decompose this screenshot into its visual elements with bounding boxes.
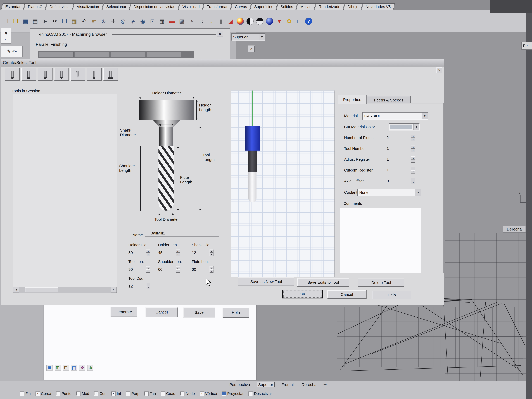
spin-down-icon[interactable]: ▼ (146, 269, 150, 272)
spinner[interactable]: ▲▼ (146, 249, 150, 256)
clock-icon[interactable]: ◔ (187, 17, 196, 25)
render-sphere-icon[interactable] (237, 18, 244, 25)
spin-down-icon[interactable]: ▼ (411, 181, 415, 184)
pan-hand-icon[interactable]: ☛ (90, 17, 98, 25)
browser-tab-fragment[interactable] (75, 52, 109, 57)
cutcom-register-value[interactable]: 1 (386, 168, 389, 172)
spin-up-icon[interactable]: ▲ (411, 167, 415, 170)
new-document-icon[interactable]: ❏ (2, 17, 10, 25)
scrollbar-track[interactable] (19, 287, 111, 293)
browser-tool-icon-3[interactable]: ⊟ (63, 365, 69, 371)
flat-mill-tool-icon[interactable] (21, 68, 36, 81)
menu-tab[interactable]: Disposición de las vistas (129, 3, 180, 10)
pencil-icon[interactable]: ✎ (6, 48, 11, 55)
crosshair-icon[interactable]: ✛ (109, 17, 117, 25)
menu-tab[interactable]: Definir vista (45, 3, 74, 10)
axial-offset-value[interactable]: 0 (386, 179, 389, 183)
osnap-perp[interactable]: Perp (126, 392, 139, 396)
cancel-button[interactable]: Cancel (327, 290, 367, 299)
menu-tab[interactable]: Visualización (73, 3, 103, 10)
spinner[interactable]: ▲▼ (411, 146, 415, 152)
cut-icon[interactable]: ✂ (51, 17, 59, 25)
material-dropdown[interactable]: CARBIDE ▼ (362, 112, 428, 120)
spin-down-icon[interactable]: ▼ (146, 253, 150, 256)
spin-up-icon[interactable]: ▲ (209, 266, 214, 269)
checkbox[interactable] (180, 392, 184, 396)
dialog-titlebar[interactable]: Create/Select Tool (1, 59, 443, 66)
osnap-proyectar[interactable]: ✓Proyectar (222, 392, 244, 396)
checkbox[interactable] (161, 392, 165, 396)
tab-feeds-speeds[interactable]: Feeds & Speeds (367, 96, 411, 104)
field-value[interactable]: 60 (158, 267, 162, 272)
checkbox[interactable]: ✓ (36, 392, 40, 396)
osnap-cerca[interactable]: ✓Cerca (36, 392, 51, 396)
vee-mill-tool-icon[interactable] (54, 68, 69, 81)
gear-flower-icon[interactable]: ✿ (285, 17, 293, 25)
field-value[interactable]: 45 (158, 250, 162, 255)
tab-properties[interactable]: Properties (338, 95, 367, 104)
menu-tab[interactable]: Renderizado (314, 3, 345, 10)
right-viewport-divider[interactable] (444, 225, 532, 225)
browser-tool-icon-1[interactable]: ▣ (46, 365, 52, 371)
corner-radius-tool-icon[interactable] (38, 68, 52, 81)
checkbox[interactable] (20, 392, 24, 396)
circle-osnap-icon[interactable]: ○ (5, 38, 7, 41)
spinner[interactable]: ▲▼ (411, 167, 415, 173)
snap-dots-icon[interactable]: ∷ (197, 17, 205, 25)
menu-tab[interactable]: Curvas (231, 3, 251, 10)
pencil2-icon[interactable]: ✏ (13, 48, 17, 55)
help-button[interactable]: Help (372, 291, 412, 299)
menu-tab[interactable]: Estándar (1, 3, 25, 10)
lightbulb-icon[interactable]: ☼ (207, 17, 215, 25)
checkbox[interactable]: ✓ (200, 392, 204, 396)
osnap-nodo[interactable]: Nodo (180, 392, 195, 396)
spin-up-icon[interactable]: ▲ (411, 146, 415, 149)
browser-tab-fragment[interactable] (39, 52, 74, 57)
spin-down-icon[interactable]: ▼ (209, 253, 214, 256)
hatch-icon[interactable]: ▨ (177, 17, 186, 25)
spin-up-icon[interactable]: ▲ (411, 135, 415, 138)
viewport-layout-icon[interactable]: ▦ (158, 17, 166, 25)
spin-down-icon[interactable]: ▼ (176, 269, 180, 272)
menu-tab[interactable]: Sólidos (276, 3, 297, 10)
field-value[interactable]: 12 (192, 250, 196, 255)
osnap-fin[interactable]: Fin (20, 392, 31, 396)
scroll-left-icon[interactable]: ◄ (13, 287, 19, 293)
spin-down-icon[interactable]: ▼ (411, 138, 415, 141)
spin-down-icon[interactable]: ▼ (411, 149, 415, 152)
checkbox[interactable] (126, 392, 130, 396)
chevron-down-icon[interactable]: ▼ (422, 113, 428, 119)
dialog-close-icon[interactable]: × (437, 67, 442, 73)
pan-viewports-icon[interactable]: ✛ (323, 382, 327, 387)
save-as-new-tool-button[interactable]: Save as New Tool (238, 278, 294, 286)
shaded-sphere-icon[interactable] (266, 18, 273, 25)
coolant-dropdown[interactable]: None ▼ (357, 189, 421, 196)
undo-icon[interactable]: ↶ (80, 17, 88, 25)
browser-tool-icon-2[interactable]: ⊞ (55, 365, 61, 371)
ball-mill-tool-icon[interactable] (5, 68, 20, 81)
browser-tab-fragment[interactable] (111, 52, 145, 57)
menu-tab[interactable]: Superficies (250, 3, 278, 10)
scrollbar-thumb[interactable] (25, 287, 58, 292)
spin-up-icon[interactable]: ▲ (411, 156, 415, 159)
spinner[interactable]: ▲▼ (176, 249, 180, 256)
spin-up-icon[interactable]: ▲ (146, 283, 150, 286)
spin-down-icon[interactable]: ▼ (209, 269, 214, 272)
checkbox[interactable] (249, 392, 253, 396)
spinner[interactable]: ▲▼ (209, 249, 214, 256)
viewport-tab-perspectiva[interactable]: Perspectiva (228, 382, 251, 387)
chevron-down-icon[interactable]: ▼ (415, 189, 421, 196)
spinner[interactable]: ▲▼ (411, 135, 415, 141)
paste-icon[interactable]: ▦ (70, 17, 78, 25)
viewport-tab-frontal[interactable]: Frontal (280, 382, 295, 387)
field-value[interactable]: 12 (128, 284, 133, 288)
cplane-icon[interactable]: ∟ (295, 17, 303, 25)
spinner[interactable]: ▲▼ (146, 283, 150, 289)
spin-down-icon[interactable]: ▼ (411, 170, 415, 173)
field-value[interactable]: 60 (192, 267, 196, 272)
tslot-tool-icon[interactable] (103, 68, 118, 81)
horizontal-scrollbar[interactable]: ◄ ► (13, 287, 117, 293)
zoom-selected-icon[interactable]: ◉ (139, 17, 147, 25)
spin-up-icon[interactable]: ▲ (176, 266, 180, 269)
spinner[interactable]: ▲▼ (411, 156, 415, 163)
